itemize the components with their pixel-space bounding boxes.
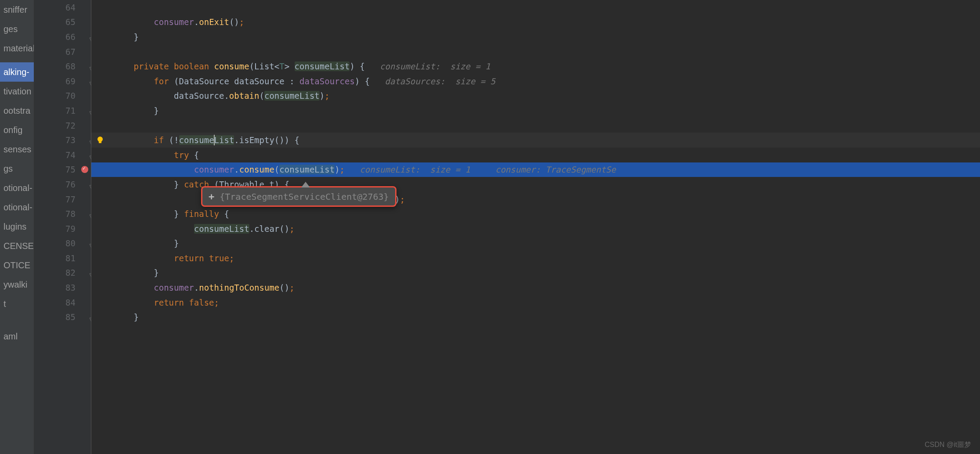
editor-gutter[interactable]: 6465666768697071727374757677787980818283… <box>34 0 91 454</box>
sidebar-item[interactable]: tivation <box>0 82 34 101</box>
sidebar-item[interactable]: otional- <box>0 178 34 198</box>
sidebar-item[interactable]: alking- <box>0 62 34 82</box>
gutter-line[interactable]: 85 <box>34 310 91 324</box>
sidebar-item[interactable]: material <box>0 39 34 58</box>
add-watch-icon[interactable]: + <box>209 191 214 202</box>
code-line[interactable]: return false; <box>91 295 980 310</box>
breakpoint-icon[interactable] <box>81 166 88 173</box>
code-line[interactable]: } <box>91 310 980 324</box>
sidebar-item[interactable]: gs <box>0 159 34 178</box>
code-line[interactable]: } <box>91 103 980 118</box>
code-token: . <box>194 17 199 27</box>
code-line[interactable]: } finally { <box>91 206 980 221</box>
code-token: if <box>154 135 169 145</box>
code-token: dataSources: size = 5 <box>385 76 496 86</box>
line-number: 78 <box>65 209 76 219</box>
code-token <box>94 298 154 307</box>
code-line[interactable]: consumer.onExit(); <box>91 15 980 30</box>
sidebar-item[interactable]: OTICE <box>0 256 34 275</box>
sidebar-item[interactable]: t <box>0 294 34 313</box>
sidebar-item[interactable] <box>0 313 34 318</box>
gutter-line[interactable]: 66 <box>34 29 91 44</box>
line-number: 84 <box>65 298 76 307</box>
gutter-line[interactable]: 80 <box>34 236 91 251</box>
gutter-line[interactable]: 81 <box>34 251 91 266</box>
code-line[interactable]: consumer.nothingToConsume(); <box>91 280 980 295</box>
code-token: } <box>94 180 184 189</box>
gutter-line[interactable]: 74 <box>34 148 91 162</box>
lightbulb-icon[interactable] <box>96 136 104 144</box>
line-number: 68 <box>65 61 76 71</box>
debug-evaluate-tooltip[interactable]: + {TraceSegmentServiceClient@2763} <box>201 186 396 207</box>
gutter-line[interactable]: 78 <box>34 206 91 221</box>
line-number: 67 <box>65 47 76 57</box>
gutter-line[interactable]: 71 <box>34 103 91 118</box>
code-token: (! <box>169 135 179 145</box>
gutter-line[interactable]: 67 <box>34 44 91 59</box>
code-token: { <box>194 150 199 160</box>
sidebar-item[interactable]: senses <box>0 140 34 159</box>
line-number: 72 <box>65 121 76 130</box>
code-token: ; <box>400 195 405 204</box>
sidebar-item[interactable]: aml <box>0 327 34 346</box>
gutter-line[interactable]: 68 <box>34 59 91 74</box>
gutter-line[interactable]: 64 <box>34 0 91 15</box>
code-line[interactable] <box>91 118 980 133</box>
gutter-line[interactable]: 65 <box>34 15 91 30</box>
gutter-line[interactable]: 79 <box>34 221 91 236</box>
code-token: onExit <box>199 17 229 27</box>
code-line[interactable]: private boolean consume(List<T> consumeL… <box>91 59 980 74</box>
sidebar-item[interactable]: ywalki <box>0 275 34 294</box>
sidebar-item[interactable]: ootstra <box>0 101 34 120</box>
line-number: 83 <box>65 283 76 292</box>
code-token: ( <box>274 165 279 174</box>
sidebar-item[interactable]: sniffer <box>0 0 34 19</box>
code-token: T <box>279 61 284 71</box>
code-token <box>94 61 134 71</box>
code-line[interactable]: if (!consumeList.isEmpty()) { <box>91 133 980 148</box>
gutter-line[interactable]: 70 <box>34 89 91 104</box>
gutter-line[interactable]: 82 <box>34 266 91 281</box>
line-number: 74 <box>65 150 76 160</box>
gutter-line[interactable]: 84 <box>34 295 91 310</box>
project-sidebar[interactable]: sniffergesmaterialalking-tivationootstra… <box>0 0 34 454</box>
code-token: consumeList <box>194 224 249 234</box>
line-number: 81 <box>65 253 76 263</box>
code-line[interactable] <box>91 44 980 59</box>
code-line[interactable]: return true; <box>91 251 980 266</box>
sidebar-item[interactable]: otional- <box>0 198 34 217</box>
code-line[interactable]: } <box>91 236 980 251</box>
code-token: consumeList: size = 1 consumer: TraceSeg… <box>360 165 616 174</box>
code-editor[interactable]: consumer.onExit(); } private boolean con… <box>91 0 980 454</box>
code-token: consume <box>179 135 214 145</box>
gutter-line[interactable]: 75 <box>34 162 91 177</box>
sidebar-item[interactable]: ges <box>0 19 34 39</box>
code-token: consumeList <box>264 91 320 101</box>
code-token: nothingToConsume <box>199 283 279 292</box>
gutter-line[interactable]: 77 <box>34 192 91 207</box>
code-token: return true <box>174 253 229 263</box>
code-line[interactable]: consumer.consume(consumeList); consumeLi… <box>91 162 980 177</box>
code-line[interactable]: for (DataSource dataSource : dataSources… <box>91 74 980 89</box>
gutter-line[interactable]: 69 <box>34 74 91 89</box>
line-number: 73 <box>65 135 76 145</box>
code-line[interactable]: try { <box>91 148 980 162</box>
gutter-line[interactable]: 76 <box>34 177 91 192</box>
gutter-line[interactable]: 83 <box>34 280 91 295</box>
sidebar-item[interactable]: onfig <box>0 120 34 140</box>
code-line[interactable]: } <box>91 29 980 44</box>
code-line[interactable] <box>91 0 980 15</box>
gutter-line[interactable]: 73 <box>34 133 91 148</box>
sidebar-item[interactable] <box>0 58 34 62</box>
sidebar-item[interactable]: CENSE <box>0 236 34 256</box>
gutter-line[interactable]: 72 <box>34 118 91 133</box>
code-line[interactable]: } <box>91 266 980 281</box>
sidebar-item[interactable] <box>0 322 34 327</box>
code-line[interactable]: dataSource.obtain(consumeList); <box>91 89 980 104</box>
code-token: obtain <box>229 91 259 101</box>
watermark: CSDN @it噩梦 <box>925 440 971 450</box>
code-token: consumeList <box>279 165 335 174</box>
sidebar-item[interactable] <box>0 318 34 322</box>
sidebar-item[interactable]: lugins <box>0 217 34 236</box>
code-line[interactable]: consumeList.clear(); <box>91 221 980 236</box>
